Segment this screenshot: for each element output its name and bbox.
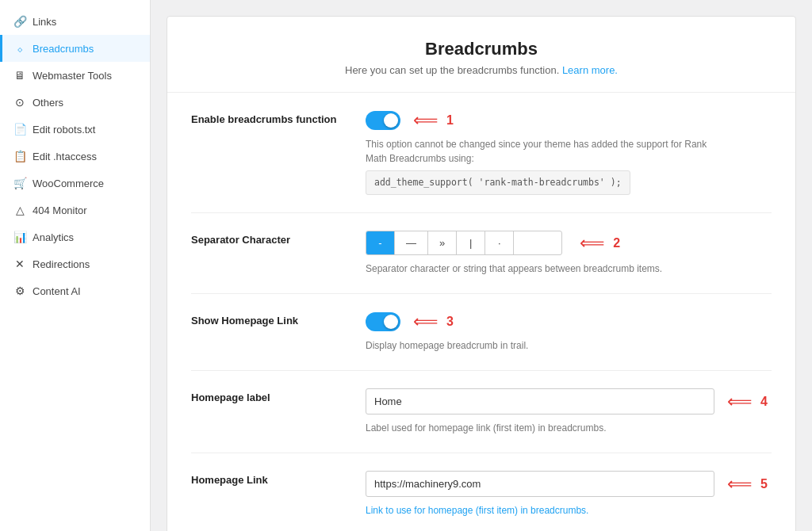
show-homepage-link-content: ⟸ 3 Display homepage breadcrumb in trail… [366,311,772,353]
sidebar: 🔗 Links ⬦ Breadcrumbs 🖥 Webmaster Tools … [0,0,151,531]
separator-character-row: Separator Character - — » | · ⟸ 2 [191,213,772,294]
homepage-link-row: Homepage Link ⟸ 5 Link to use for homepa… [191,453,772,531]
show-homepage-toggle[interactable] [366,312,400,331]
separator-top: - — » | · ⟸ 2 [366,231,772,255]
annotation-2: 2 [613,236,620,250]
arrow-1-icon: ⟸ [413,110,439,131]
sidebar-item-label: Redirections [33,258,90,270]
annotation-1: 1 [446,113,454,128]
sidebar-item-edit-robots[interactable]: 📄 Edit robots.txt [0,116,150,143]
sidebar-item-label: Content AI [33,285,81,297]
page-header: Breadcrumbs Here you can set up the brea… [167,17,795,93]
sep-btn-arrow[interactable]: » [428,231,457,254]
woocommerce-icon: 🛒 [13,177,26,189]
page-subtitle: Here you can set up the breadcrumbs func… [183,64,779,76]
sidebar-item-others[interactable]: ⊙ Others [0,89,150,116]
homepage-link-input[interactable] [366,471,714,497]
htaccess-icon: 📋 [13,150,26,162]
sep-btn-pipe[interactable]: | [457,231,485,254]
link-icon: 🔗 [13,15,26,28]
sidebar-item-redirections[interactable]: ✕ Redirections [0,250,150,277]
homepage-label-input[interactable] [366,388,714,414]
main-content: Breadcrumbs Here you can set up the brea… [151,0,812,531]
sep-btn-dot[interactable]: · [485,231,514,254]
sidebar-item-edit-htaccess[interactable]: 📋 Edit .htaccess [0,143,150,170]
sep-custom-input[interactable] [514,231,561,254]
arrow-2-icon: ⟸ [580,233,605,254]
annotation-4: 4 [760,395,768,409]
enable-breadcrumbs-top: ⟸ 1 [366,110,772,131]
monitor-icon: △ [13,204,26,216]
homepage-label-description: Label used for homepage link (first item… [366,421,772,435]
sidebar-item-label: Breadcrumbs [33,43,94,55]
sidebar-item-404-monitor[interactable]: △ 404 Monitor [0,197,150,223]
separator-content: - — » | · ⟸ 2 Separator character or str… [366,231,772,276]
sidebar-item-label: Links [33,16,56,28]
arrow-5-icon: ⟸ [727,474,753,495]
robots-icon: 📄 [13,123,26,136]
homepage-link-label: Homepage Link [191,471,350,486]
show-homepage-top: ⟸ 3 [366,311,772,332]
sidebar-item-content-ai[interactable]: ⚙ Content AI [0,277,150,304]
enable-breadcrumbs-label: Enable breadcrumbs function [191,110,350,125]
homepage-link-top: ⟸ 5 [366,471,772,497]
annotation-5: 5 [760,477,768,491]
sidebar-item-label: Analytics [33,231,74,243]
separator-buttons: - — » | · [366,231,562,255]
enable-breadcrumbs-row: Enable breadcrumbs function ⟸ 1 This opt… [191,93,772,213]
breadcrumb-icon: ⬦ [13,42,26,55]
page-title: Breadcrumbs [183,39,779,59]
homepage-label-top: ⟸ 4 [366,388,772,414]
sidebar-item-links[interactable]: 🔗 Links [0,8,150,35]
sidebar-item-analytics[interactable]: 📊 Analytics [0,223,150,250]
sep-btn-dash[interactable]: - [366,231,395,254]
separator-label: Separator Character [191,231,350,246]
others-icon: ⊙ [13,96,26,109]
show-homepage-description: Display homepage breadcrumb in trail. [366,338,772,353]
sidebar-item-woocommerce[interactable]: 🛒 WooCommerce [0,170,150,197]
content-ai-icon: ⚙ [13,285,26,297]
settings-section: Enable breadcrumbs function ⟸ 1 This opt… [167,93,795,531]
sidebar-item-label: Edit .htaccess [33,151,97,162]
arrow-4-icon: ⟸ [727,392,753,412]
sidebar-item-webmaster-tools[interactable]: 🖥 Webmaster Tools [0,62,150,89]
sidebar-item-label: Edit robots.txt [33,124,95,136]
sidebar-item-label: Webmaster Tools [33,70,112,82]
homepage-link-content: ⟸ 5 Link to use for homepage (first item… [366,471,772,518]
enable-breadcrumbs-toggle[interactable] [366,111,400,130]
separator-description: Separator character or string that appea… [366,262,772,276]
learn-more-link[interactable]: Learn more. [562,64,618,76]
toggle-slider [366,111,400,130]
arrow-3-icon: ⟸ [413,311,439,332]
analytics-icon: 📊 [13,231,26,243]
annotation-3: 3 [446,315,454,329]
enable-breadcrumbs-description: This option cannot be changed since your… [366,137,772,195]
homepage-label-label: Homepage label [191,388,350,403]
sidebar-item-label: WooCommerce [33,178,104,189]
webmaster-icon: 🖥 [13,69,26,82]
show-homepage-link-row: Show Homepage Link ⟸ 3 Display homepage … [191,294,772,371]
enable-breadcrumbs-content: ⟸ 1 This option cannot be changed since … [366,110,772,195]
homepage-label-row: Homepage label ⟸ 4 Label used for homepa… [191,371,772,453]
sep-btn-emdash[interactable]: — [395,231,428,254]
sidebar-item-label: Others [33,97,63,109]
sidebar-item-label: 404 Monitor [33,204,87,216]
sidebar-item-breadcrumbs[interactable]: ⬦ Breadcrumbs [0,35,150,62]
content-wrapper: Breadcrumbs Here you can set up the brea… [167,16,796,531]
toggle-slider-2 [366,312,400,331]
breadcrumbs-code: add_theme_support( 'rank-math-breadcrumb… [366,170,630,195]
homepage-link-description: Link to use for homepage (first item) in… [366,503,772,518]
show-homepage-link-label: Show Homepage Link [191,311,350,327]
homepage-label-content: ⟸ 4 Label used for homepage link (first … [366,388,772,435]
redirections-icon: ✕ [13,258,26,270]
